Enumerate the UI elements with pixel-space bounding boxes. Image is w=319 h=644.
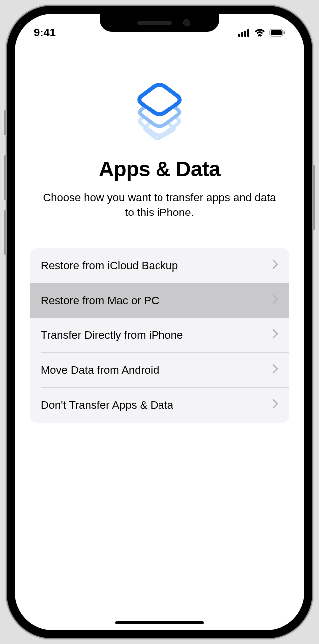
option-dont-transfer[interactable]: Don't Transfer Apps & Data xyxy=(30,388,289,423)
chevron-right-icon xyxy=(272,259,278,272)
content: Apps & Data Choose how you want to trans… xyxy=(15,43,304,423)
chevron-right-icon xyxy=(272,294,278,307)
mute-switch xyxy=(4,110,7,135)
chevron-right-icon xyxy=(272,329,278,342)
speaker-grille xyxy=(137,21,172,25)
option-label: Transfer Directly from iPhone xyxy=(41,329,183,342)
option-restore-icloud[interactable]: Restore from iCloud Backup xyxy=(30,248,289,283)
volume-down-button xyxy=(4,210,7,255)
option-move-android[interactable]: Move Data from Android xyxy=(30,353,289,388)
power-button xyxy=(312,165,315,230)
volume-up-button xyxy=(4,155,7,200)
home-indicator[interactable] xyxy=(115,621,204,624)
notch xyxy=(100,14,219,32)
cellular-icon xyxy=(238,29,250,37)
wifi-icon xyxy=(254,29,265,37)
battery-icon xyxy=(269,29,285,37)
status-time: 9:41 xyxy=(34,26,56,39)
chevron-right-icon xyxy=(272,364,278,377)
page-title: Apps & Data xyxy=(30,157,289,181)
option-label: Restore from Mac or PC xyxy=(41,294,159,307)
option-label: Move Data from Android xyxy=(41,364,159,377)
svg-rect-3 xyxy=(247,29,249,37)
screen: 9:41 xyxy=(15,14,304,630)
svg-rect-0 xyxy=(238,34,240,37)
svg-rect-2 xyxy=(244,31,246,37)
option-label: Restore from iCloud Backup xyxy=(41,259,178,272)
chevron-right-icon xyxy=(272,399,278,412)
status-right xyxy=(238,29,285,37)
option-label: Don't Transfer Apps & Data xyxy=(41,399,173,412)
option-transfer-iphone[interactable]: Transfer Directly from iPhone xyxy=(30,318,289,353)
page-subtitle: Choose how you want to transfer apps and… xyxy=(30,190,289,219)
apps-data-icon xyxy=(30,73,289,142)
front-camera xyxy=(183,19,190,26)
option-restore-mac-pc[interactable]: Restore from Mac or PC xyxy=(30,283,289,318)
svg-rect-1 xyxy=(241,32,243,37)
svg-rect-6 xyxy=(271,30,282,35)
svg-point-4 xyxy=(259,34,261,36)
phone-frame: 9:41 xyxy=(7,6,312,638)
options-list: Restore from iCloud Backup Restore from … xyxy=(30,248,289,423)
svg-rect-7 xyxy=(284,31,285,34)
